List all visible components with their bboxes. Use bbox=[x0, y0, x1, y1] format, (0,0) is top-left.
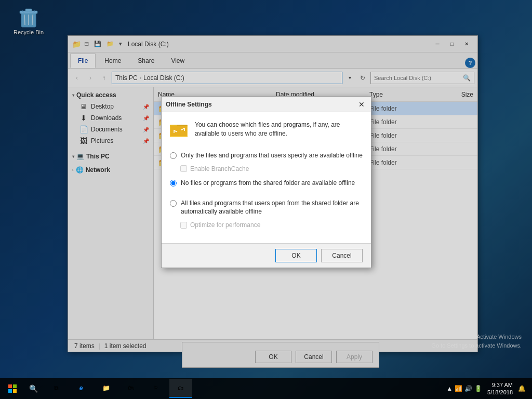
svg-rect-7 bbox=[8, 384, 12, 388]
app-icon-extra1: 🏳 bbox=[153, 384, 159, 392]
clock-time: 9:37 AM bbox=[487, 381, 513, 389]
ok-button[interactable]: OK bbox=[275, 249, 317, 262]
taskbar-app-extra1[interactable]: 🏳 bbox=[144, 379, 167, 398]
start-button[interactable] bbox=[2, 378, 23, 399]
taskbar-search-button[interactable]: 🔍 bbox=[23, 378, 44, 399]
tray-battery-icon[interactable]: 🔋 bbox=[474, 385, 482, 392]
tray-notification-bell[interactable]: 🔔 bbox=[518, 385, 526, 392]
desktop: Recycle Bin 📁 ⊟ 💾 📁 ▾ Local Disk (C:) ─ … bbox=[0, 0, 532, 378]
taskbar-app-active-explorer[interactable]: 🗂 bbox=[169, 379, 192, 398]
tray-notification-icon[interactable]: ▲ bbox=[446, 385, 453, 392]
option-2-label: No files or programs from the shared fol… bbox=[181, 179, 355, 188]
option-1-label: Only the files and programs that users s… bbox=[181, 151, 363, 160]
dialog-title: Offline Settings bbox=[166, 101, 356, 108]
dialog-option-1: Only the files and programs that users s… bbox=[170, 151, 363, 160]
taskbar-app-store[interactable]: 🛍 bbox=[119, 379, 142, 398]
dialog-description: You can choose which files and programs,… bbox=[195, 121, 363, 138]
radio-option-3[interactable] bbox=[170, 200, 177, 207]
tray-network-icon[interactable]: 📶 bbox=[455, 385, 462, 392]
cancel-button[interactable]: Cancel bbox=[321, 249, 363, 262]
dialog-footer: OK Cancel bbox=[162, 243, 371, 268]
tray-clock[interactable]: 9:37 AM 5/18/2018 bbox=[484, 381, 516, 396]
option-3-label: All files and programs that users open f… bbox=[181, 199, 363, 217]
taskbar-app-ie[interactable]: e bbox=[70, 379, 92, 398]
dialog-option-2: No files or programs from the shared fol… bbox=[170, 179, 363, 188]
dialog-option-3: All files and programs that users open f… bbox=[170, 199, 363, 217]
search-icon: 🔍 bbox=[29, 384, 38, 393]
system-tray: ▲ 📶 🔊 🔋 9:37 AM 5/18/2018 🔔 bbox=[442, 381, 530, 396]
branch-cache-label: Enable BranchCache bbox=[190, 165, 249, 172]
windows-logo bbox=[8, 384, 17, 393]
radio-option-2[interactable] bbox=[170, 180, 177, 187]
svg-rect-8 bbox=[13, 384, 17, 388]
offline-settings-dialog: Offline Settings ✕ You ca bbox=[161, 96, 371, 268]
dialog-header-row: You can choose which files and programs,… bbox=[170, 121, 363, 143]
ie-icon: e bbox=[79, 384, 83, 392]
optimize-checkbox bbox=[180, 222, 187, 229]
branch-cache-row: Enable BranchCache bbox=[180, 165, 363, 172]
dialog-close-button[interactable]: ✕ bbox=[356, 99, 367, 110]
tray-volume-icon[interactable]: 🔊 bbox=[464, 385, 472, 392]
file-explorer-icon: 📁 bbox=[102, 384, 110, 392]
dialog-folder-icon bbox=[170, 121, 189, 143]
taskbar-app-taskview[interactable]: ⧉ bbox=[45, 379, 68, 398]
folder-share-icon bbox=[170, 121, 189, 139]
app-icon-active: 🗂 bbox=[178, 384, 184, 392]
dialog-body: You can choose which files and programs,… bbox=[162, 112, 371, 243]
store-icon: 🛍 bbox=[128, 384, 134, 392]
clock-date: 5/18/2018 bbox=[487, 389, 513, 396]
task-view-icon: ⧉ bbox=[54, 384, 59, 392]
optimize-label: Optimize for performance bbox=[190, 221, 260, 229]
taskbar: 🔍 ⧉ e 📁 🛍 🏳 🗂 ▲ 📶 🔊 🔋 9:37 AM 5/18/2018 … bbox=[0, 378, 532, 399]
radio-option-1[interactable] bbox=[170, 152, 177, 159]
optimize-performance-row: Optimize for performance bbox=[180, 221, 363, 229]
branch-cache-checkbox bbox=[180, 165, 187, 172]
taskbar-app-file-explorer[interactable]: 📁 bbox=[95, 379, 117, 398]
svg-rect-10 bbox=[13, 389, 17, 393]
dialog-titlebar: Offline Settings ✕ bbox=[162, 97, 371, 112]
svg-rect-9 bbox=[8, 389, 12, 393]
